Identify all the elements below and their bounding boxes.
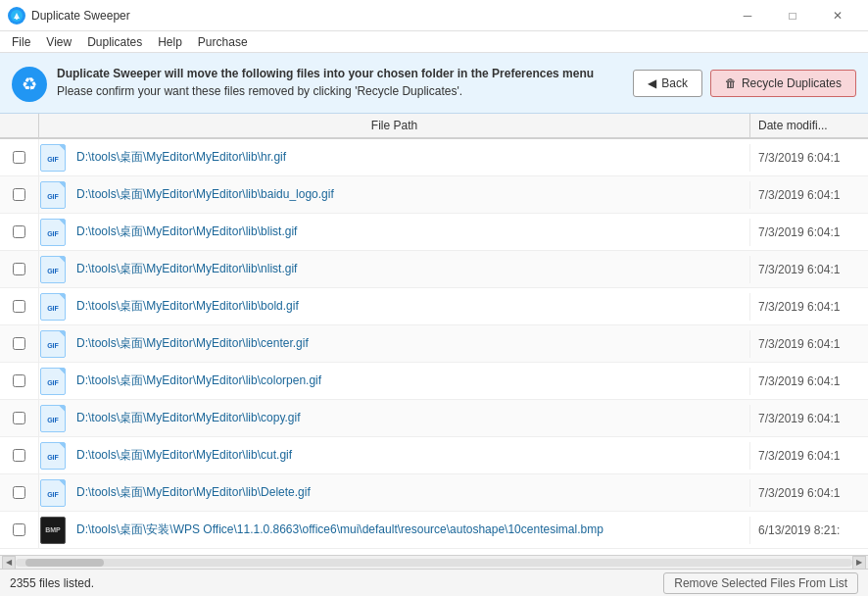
path-cell-wrapper: GIFD:\tools\桌面\MyEditor\MyEditor\lib\cop… xyxy=(39,405,750,432)
file-checkbox[interactable] xyxy=(13,337,25,350)
row-checkbox[interactable] xyxy=(0,214,39,250)
gif-icon: GIF xyxy=(40,181,66,209)
col-check-header xyxy=(0,114,39,137)
file-type-icon: GIF xyxy=(39,330,67,358)
menu-duplicates[interactable]: Duplicates xyxy=(79,33,150,51)
remove-selected-button[interactable]: Remove Selected Files From List xyxy=(663,572,858,594)
recycle-duplicates-button[interactable]: 🗑 Recycle Duplicates xyxy=(710,70,856,97)
row-checkbox[interactable] xyxy=(0,512,39,548)
app-icon xyxy=(8,7,25,25)
file-type-icon: GIF xyxy=(39,368,67,395)
minimize-button[interactable]: ─ xyxy=(725,0,770,31)
file-checkbox[interactable] xyxy=(13,263,25,275)
table-row[interactable]: GIFD:\tools\桌面\MyEditor\MyEditor\lib\nli… xyxy=(0,251,868,288)
path-cell-wrapper: GIFD:\tools\桌面\MyEditor\MyEditor\lib\hr.… xyxy=(39,144,750,172)
path-cell-wrapper: GIFD:\tools\桌面\MyEditor\MyEditor\lib\bai… xyxy=(39,181,750,209)
file-date: 7/3/2019 6:04:1 xyxy=(750,449,868,463)
table-row[interactable]: GIFD:\tools\桌面\MyEditor\MyEditor\lib\col… xyxy=(0,363,868,400)
table-row[interactable]: GIFD:\tools\桌面\MyEditor\MyEditor\lib\bli… xyxy=(0,214,868,251)
back-label: Back xyxy=(661,76,688,90)
table-row[interactable]: GIFD:\tools\桌面\MyEditor\MyEditor\lib\bai… xyxy=(0,176,868,214)
file-checkbox[interactable] xyxy=(13,300,25,313)
table-row[interactable]: GIFD:\tools\桌面\MyEditor\MyEditor\lib\hr.… xyxy=(0,139,868,176)
row-checkbox[interactable] xyxy=(0,363,39,399)
gif-icon: GIF xyxy=(40,293,66,321)
gif-icon: GIF xyxy=(40,368,66,395)
file-path: D:\tools\桌面\MyEditor\MyEditor\lib\hr.gif xyxy=(71,149,749,166)
gif-icon: GIF xyxy=(40,330,66,358)
scroll-left-arrow[interactable]: ◀ xyxy=(2,556,16,570)
scroll-right-arrow[interactable]: ▶ xyxy=(852,556,866,570)
file-type-icon: GIF xyxy=(39,144,67,172)
file-date: 7/3/2019 6:04:1 xyxy=(750,263,868,276)
row-checkbox[interactable] xyxy=(0,437,39,473)
path-cell-wrapper: BMPD:\tools\桌面\安装\WPS Office\11.1.0.8663… xyxy=(39,517,750,544)
gif-icon: GIF xyxy=(40,219,66,246)
gif-icon: GIF xyxy=(40,256,66,283)
table-row[interactable]: GIFD:\tools\桌面\MyEditor\MyEditor\lib\bol… xyxy=(0,288,868,325)
table-row[interactable]: GIFD:\tools\桌面\MyEditor\MyEditor\lib\cop… xyxy=(0,400,868,437)
row-checkbox[interactable] xyxy=(0,325,39,362)
table-row[interactable]: GIFD:\tools\桌面\MyEditor\MyEditor\lib\Del… xyxy=(0,474,868,512)
file-checkbox[interactable] xyxy=(13,412,25,424)
col-path-header: File Path xyxy=(39,114,750,137)
file-date: 6/13/2019 8:21: xyxy=(750,523,868,537)
row-checkbox[interactable] xyxy=(0,176,39,213)
file-checkbox[interactable] xyxy=(13,151,25,164)
row-checkbox[interactable] xyxy=(0,474,39,511)
file-checkbox[interactable] xyxy=(13,486,25,499)
svg-point-1 xyxy=(16,18,18,20)
file-type-icon: GIF xyxy=(39,293,67,321)
file-date: 7/3/2019 6:04:1 xyxy=(750,337,868,351)
scroll-thumb[interactable] xyxy=(25,559,104,567)
horizontal-scrollbar[interactable]: ◀ ▶ xyxy=(0,555,868,569)
gif-icon: GIF xyxy=(40,442,66,470)
path-cell-wrapper: GIFD:\tools\桌面\MyEditor\MyEditor\lib\cut… xyxy=(39,442,750,470)
path-cell-wrapper: GIFD:\tools\桌面\MyEditor\MyEditor\lib\cen… xyxy=(39,330,750,358)
table-body[interactable]: GIFD:\tools\桌面\MyEditor\MyEditor\lib\hr.… xyxy=(0,139,868,555)
back-button[interactable]: ◀ Back xyxy=(633,70,702,97)
file-checkbox[interactable] xyxy=(13,449,25,462)
table-row[interactable]: GIFD:\tools\桌面\MyEditor\MyEditor\lib\cut… xyxy=(0,437,868,474)
gif-icon: GIF xyxy=(40,144,66,172)
scroll-track[interactable] xyxy=(16,559,852,567)
maximize-button[interactable]: □ xyxy=(770,0,815,31)
file-checkbox[interactable] xyxy=(13,188,25,201)
menu-view[interactable]: View xyxy=(38,33,79,51)
menu-help[interactable]: Help xyxy=(150,33,190,51)
row-checkbox[interactable] xyxy=(0,400,39,436)
file-date: 7/3/2019 6:04:1 xyxy=(750,374,868,388)
file-path: D:\tools\桌面\MyEditor\MyEditor\lib\copy.g… xyxy=(71,410,749,426)
action-message-bold: Duplicate Sweeper will move the followin… xyxy=(57,67,594,80)
gif-icon: GIF xyxy=(40,479,66,507)
file-date: 7/3/2019 6:04:1 xyxy=(750,486,868,500)
recycle-circle-icon: ♻ xyxy=(12,67,47,102)
action-buttons: ◀ Back 🗑 Recycle Duplicates xyxy=(633,70,856,97)
file-checkbox[interactable] xyxy=(13,374,25,387)
file-date: 7/3/2019 6:04:1 xyxy=(750,225,868,239)
file-path: D:\tools\桌面\MyEditor\MyEditor\lib\bold.g… xyxy=(71,298,749,315)
file-type-icon: GIF xyxy=(39,181,67,209)
action-message-sub: Please confirm your want these files rem… xyxy=(57,84,462,98)
file-checkbox[interactable] xyxy=(13,225,25,238)
close-button[interactable]: ✕ xyxy=(815,0,860,31)
table-row[interactable]: BMPD:\tools\桌面\安装\WPS Office\11.1.0.8663… xyxy=(0,512,868,549)
file-type-icon: GIF xyxy=(39,405,67,432)
back-arrow-icon: ◀ xyxy=(648,76,656,90)
menu-purchase[interactable]: Purchase xyxy=(190,33,256,51)
file-date: 7/3/2019 6:04:1 xyxy=(750,188,868,202)
action-header: ♻ Duplicate Sweeper will move the follow… xyxy=(0,53,868,114)
file-table-container: File Path Date modifi... GIFD:\tools\桌面\… xyxy=(0,114,868,555)
table-row[interactable]: GIFD:\tools\桌面\MyEditor\MyEditor\lib\cen… xyxy=(0,325,868,363)
row-checkbox[interactable] xyxy=(0,251,39,287)
menu-file[interactable]: File xyxy=(4,33,38,51)
file-type-icon: GIF xyxy=(39,256,67,283)
recycle-icon: 🗑 xyxy=(725,76,737,90)
row-checkbox[interactable] xyxy=(0,288,39,324)
file-checkbox[interactable] xyxy=(13,523,25,536)
status-bar: 2355 files listed. Remove Selected Files… xyxy=(0,569,868,596)
bmp-icon: BMP xyxy=(40,517,66,544)
file-type-icon: GIF xyxy=(39,479,67,507)
file-date: 7/3/2019 6:04:1 xyxy=(750,300,868,314)
row-checkbox[interactable] xyxy=(0,139,39,175)
